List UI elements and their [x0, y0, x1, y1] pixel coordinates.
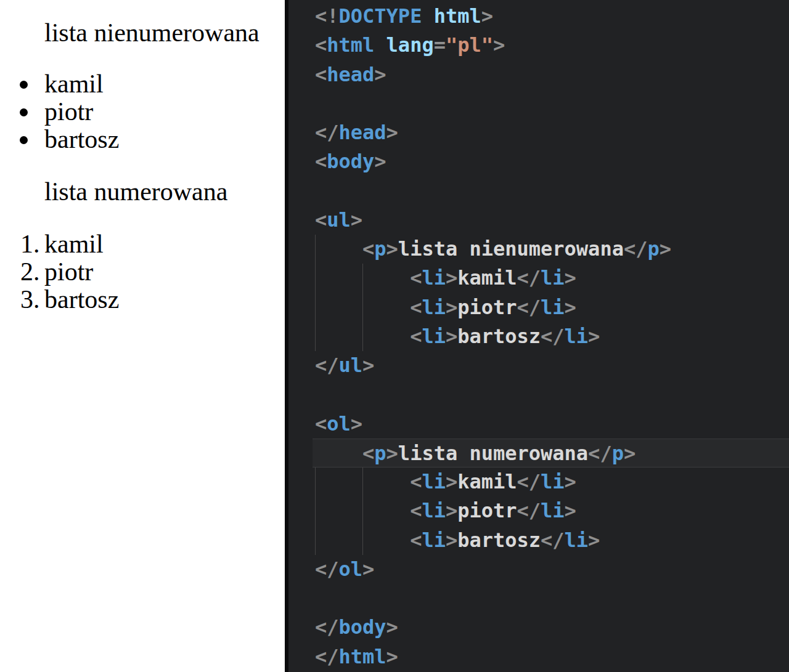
code-token: = — [434, 33, 446, 57]
code-token: < — [410, 470, 422, 493]
code-token: p — [612, 442, 624, 465]
code-line[interactable]: <li>piotr</li> — [315, 496, 789, 525]
code-token: > — [446, 528, 457, 552]
list-item-text: piotr — [44, 257, 93, 286]
code-token: > — [588, 528, 600, 552]
code-token: "pl" — [446, 33, 493, 57]
code-token: < — [410, 528, 422, 552]
code-token: ul — [327, 208, 351, 232]
code-line[interactable]: </head> — [315, 118, 789, 147]
code-token: li — [541, 470, 565, 493]
code-line[interactable] — [315, 380, 789, 409]
code-token: > — [362, 557, 374, 581]
code-token: </ — [315, 615, 339, 639]
code-token: > — [386, 442, 398, 465]
code-token: lang — [374, 33, 433, 57]
code-line-active[interactable]: <p>lista numerowana</p> — [313, 439, 789, 468]
code-line[interactable] — [315, 89, 789, 118]
code-line[interactable]: <body> — [315, 147, 789, 176]
list-item: piotr — [44, 98, 93, 126]
code-lines[interactable]: <!DOCTYPE html><html lang="pl"><head></h… — [315, 2, 789, 672]
code-token: </ — [315, 645, 339, 668]
list-item-text: kamil — [44, 70, 104, 98]
code-token: li — [422, 499, 446, 522]
code-token: </ — [517, 470, 541, 493]
code-editor-pane[interactable]: <!DOCTYPE html><html lang="pl"><head></h… — [288, 0, 789, 672]
code-line[interactable]: <head> — [315, 60, 789, 89]
code-token: head — [327, 63, 374, 86]
code-line[interactable]: <li>kamil</li> — [315, 468, 789, 496]
code-token: li — [541, 296, 565, 319]
code-line[interactable]: <li>bartosz</li> — [315, 526, 789, 555]
code-token: </ — [541, 528, 565, 552]
code-line[interactable]: </ul> — [315, 351, 789, 380]
code-token: li — [565, 528, 589, 552]
code-token: > — [446, 325, 457, 348]
code-token: <! — [315, 4, 339, 28]
code-line[interactable] — [315, 584, 789, 613]
unordered-list-heading: lista nienumerowana — [44, 19, 260, 47]
code-token: ol — [327, 412, 351, 435]
code-token: > — [351, 412, 362, 435]
code-line[interactable]: </html> — [315, 642, 789, 671]
list-item-number: 2. — [20, 258, 40, 286]
code-token: html — [339, 645, 386, 668]
code-token: </ — [315, 121, 339, 144]
code-token: > — [446, 470, 457, 493]
list-item-text: bartosz — [44, 125, 119, 153]
code-token: DOCTYPE — [339, 4, 422, 28]
code-line[interactable]: <li>kamil</li> — [315, 264, 789, 293]
code-line[interactable]: <!DOCTYPE html> — [315, 2, 789, 31]
code-line[interactable]: <html lang="pl"> — [315, 31, 789, 60]
code-line[interactable]: <p>lista nienumerowana</p> — [315, 235, 789, 264]
code-token: > — [446, 266, 457, 289]
list-item-text: piotr — [44, 97, 93, 126]
code-token: bartosz — [457, 528, 541, 552]
code-token: </ — [517, 296, 541, 319]
code-line[interactable]: <li>bartosz</li> — [315, 322, 789, 351]
code-token: body — [327, 150, 374, 173]
code-token: li — [541, 266, 565, 289]
rendered-page-pane: lista nienumerowana kamil piotr bartosz … — [0, 0, 285, 672]
code-line[interactable]: </ol> — [315, 555, 789, 584]
code-token: > — [624, 442, 636, 465]
code-token: piotr — [457, 499, 517, 522]
code-token: bartosz — [457, 325, 541, 348]
code-token: li — [422, 528, 446, 552]
code-token: > — [362, 354, 374, 377]
code-token: < — [410, 296, 422, 319]
code-token: </ — [624, 237, 648, 261]
list-item: 2. piotr — [44, 258, 93, 286]
code-token: > — [493, 33, 505, 57]
code-token: > — [374, 150, 386, 173]
code-token: p — [374, 237, 386, 261]
code-token: > — [374, 63, 386, 86]
code-line[interactable] — [315, 177, 789, 206]
list-item: 3. bartosz — [44, 286, 119, 314]
bullet-icon — [20, 108, 28, 116]
code-token: > — [565, 499, 576, 522]
code-token: li — [422, 266, 446, 289]
code-token: p — [647, 237, 659, 261]
code-line[interactable]: <li>piotr</li> — [315, 293, 789, 322]
code-token: > — [588, 325, 600, 348]
code-line[interactable]: <ul> — [315, 206, 789, 235]
code-token: > — [446, 499, 457, 522]
code-token: li — [422, 296, 446, 319]
code-token: < — [315, 33, 327, 57]
code-token: </ — [588, 442, 612, 465]
code-line[interactable]: <ol> — [315, 410, 789, 439]
code-token: < — [315, 412, 327, 435]
code-token: < — [410, 499, 422, 522]
code-token: > — [386, 121, 398, 144]
list-item: bartosz — [44, 126, 119, 153]
code-token: > — [386, 645, 398, 668]
list-item-number: 3. — [20, 286, 40, 314]
code-token: < — [315, 150, 327, 173]
code-token: </ — [517, 266, 541, 289]
list-item: 1. kamil — [44, 230, 104, 258]
ordered-list-heading: lista numerowana — [44, 178, 227, 206]
code-token: html — [327, 33, 374, 57]
code-token: </ — [541, 325, 565, 348]
code-line[interactable]: </body> — [315, 613, 789, 642]
